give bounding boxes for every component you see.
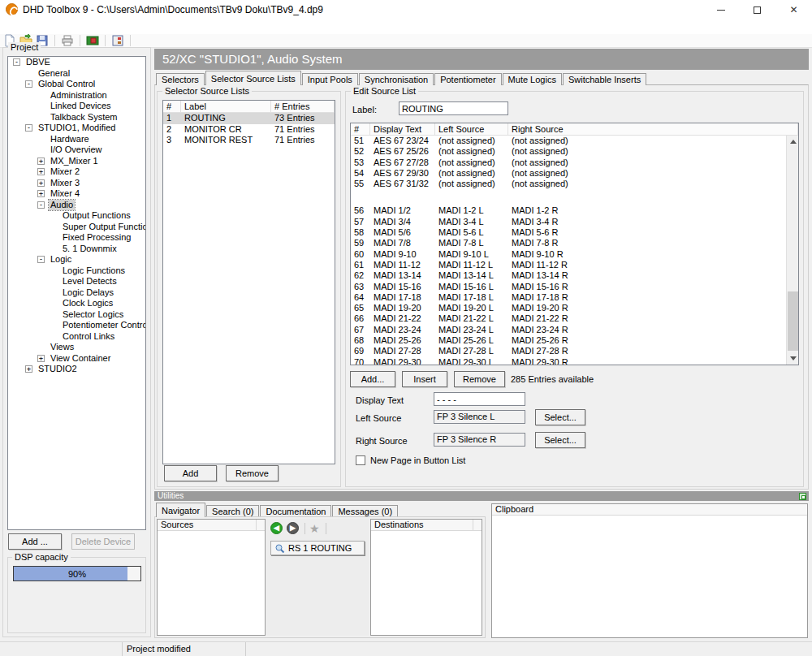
minimize-button[interactable] [702, 0, 739, 19]
tree-expander-icon[interactable]: - [37, 201, 45, 209]
tree-item[interactable]: Hardware [8, 134, 145, 145]
table-row[interactable]: 60 MADI 9-10 MADI 9-10 L MADI 9-10 R [351, 249, 786, 260]
delete-device-button[interactable]: Delete Device [71, 533, 135, 550]
tree-item[interactable]: Level Detects [8, 276, 145, 287]
clipboard-panel[interactable]: Clipboard [491, 503, 808, 638]
destinations-list[interactable]: Destinations [370, 519, 482, 636]
table-row[interactable]: 63 MADI 15-16 MADI 15-16 L MADI 15-16 R [351, 282, 786, 292]
tree-expander-icon[interactable]: - [25, 80, 32, 88]
tab[interactable]: Mute Logics [503, 73, 562, 85]
tree-item[interactable]: Selector Logics [8, 309, 145, 321]
tab[interactable]: Documentation [260, 505, 331, 517]
table-row[interactable]: 64 MADI 17-18 MADI 17-18 L MADI 17-18 R [351, 292, 786, 303]
tree-item[interactable]: Logic Delays [8, 287, 145, 299]
table-row[interactable]: 70 MADI 29-30 MADI 29-30 L MADI 29-30 R [351, 357, 786, 365]
add-device-button[interactable]: Add ... [8, 533, 62, 550]
tree-item[interactable]: - Audio [8, 200, 145, 211]
project-tree[interactable]: - DBVE General - Global Control Administ… [7, 56, 146, 530]
column-header-left-source[interactable]: Left Source [435, 123, 508, 135]
table-row[interactable]: 68 MADI 25-26 MADI 25-26 L MADI 25-26 R [351, 335, 786, 346]
menu-item[interactable] [28, 19, 41, 34]
close-button[interactable]: ✕ [775, 0, 812, 19]
tab[interactable]: Search (0) [206, 505, 259, 517]
menu-item[interactable] [41, 19, 54, 34]
table-row[interactable]: 54 AES 67 29/30 (not assigned) (not assi… [351, 168, 786, 179]
tree-expander-icon[interactable]: + [37, 168, 45, 175]
navigator-item-button[interactable]: RS 1 ROUTING [270, 541, 365, 555]
column-header-right-source[interactable]: Right Source [508, 123, 798, 135]
transfer-icon[interactable] [86, 34, 99, 47]
tree-expander-icon[interactable]: - [37, 256, 45, 263]
table-row[interactable]: 59 MADI 7/8 MADI 7-8 L MADI 7-8 R [351, 238, 786, 248]
maximize-button[interactable] [739, 0, 775, 19]
tab[interactable]: Potentiometer [434, 73, 501, 85]
sources-list[interactable]: Sources [157, 519, 266, 636]
column-header-num[interactable]: # [163, 101, 181, 112]
table-row[interactable]: 52 AES 67 25/26 (not assigned) (not assi… [351, 146, 786, 157]
tree-item[interactable]: I/O Overview [8, 145, 145, 156]
tree-item[interactable]: + MX_Mixer 1 [8, 156, 145, 167]
table-row[interactable]: 51 AES 67 23/24 (not assigned) (not assi… [351, 136, 786, 146]
menu-item[interactable] [54, 19, 67, 34]
forward-circle-icon[interactable]: ▶ [287, 522, 299, 534]
table-row[interactable]: 55 AES 67 31/32 (not assigned) (not assi… [351, 179, 786, 189]
remove-list-button[interactable]: Remove [226, 465, 279, 481]
scroll-down-icon[interactable] [787, 352, 799, 365]
tree-item[interactable]: Logic Functions [8, 265, 145, 277]
edit-source-list-table[interactable]: # Display Text Left Source Right Source … [350, 123, 799, 365]
column-header-num[interactable]: # [351, 123, 370, 135]
vertical-scrollbar[interactable] [786, 136, 798, 365]
favorite-star-icon[interactable]: ★ [309, 523, 320, 534]
tree-expander-icon[interactable]: - [13, 58, 20, 66]
destinations-header[interactable]: Destinations [371, 520, 482, 531]
table-row[interactable]: 53 AES 67 27/28 (not assigned) (not assi… [351, 158, 786, 168]
table-row[interactable]: 2 MONITOR CR 71 Entries [163, 124, 335, 136]
utilities-expand-icon[interactable] [799, 493, 806, 500]
print-icon[interactable] [61, 34, 74, 47]
table-row[interactable]: 67 MADI 23-24 MADI 23-24 L MADI 23-24 R [351, 325, 786, 335]
table-row[interactable]: 57 MADI 3/4 MADI 3-4 L MADI 3-4 R [351, 217, 786, 227]
remove-entry-button[interactable]: Remove [454, 371, 505, 387]
tab[interactable]: Navigator [156, 503, 205, 517]
left-source-select-button[interactable]: Select... [535, 409, 585, 425]
tree-expander-icon[interactable]: + [37, 179, 45, 187]
label-input[interactable] [399, 101, 508, 115]
insert-entry-button[interactable]: Insert [402, 371, 447, 387]
tree-item[interactable]: Views [8, 342, 145, 353]
right-source-select-button[interactable]: Select... [535, 432, 585, 448]
tab[interactable]: Selector Source Lists [205, 71, 301, 85]
tree-item[interactable]: - Global Control [8, 79, 145, 90]
tab[interactable]: Input Pools [302, 73, 358, 85]
tree-item[interactable]: + Mixer 3 [8, 178, 145, 189]
tree-item[interactable]: 5. 1 Downmix [8, 244, 145, 255]
tree-item[interactable]: Control Links [8, 331, 145, 343]
tree-item[interactable]: Fixed Processing [8, 232, 145, 244]
tree-item[interactable]: - DBVE [8, 57, 145, 68]
tree-expander-icon[interactable]: + [37, 355, 45, 362]
tree-item[interactable]: Output Functions [8, 210, 145, 222]
selector-source-lists-table[interactable]: # Label # Entries 1 ROUTING 73 Entries 2… [162, 100, 335, 464]
table-row[interactable]: 62 MADI 13-14 MADI 13-14 L MADI 13-14 R [351, 270, 786, 281]
tree-item[interactable]: Potentiometer Control [8, 320, 145, 331]
tree-item[interactable]: General [8, 68, 145, 80]
tab[interactable]: Switchable Inserts [563, 73, 646, 85]
add-entry-button[interactable]: Add... [350, 371, 395, 387]
menu-item[interactable] [15, 19, 28, 34]
tree-item[interactable]: Administration [8, 90, 145, 101]
menu-item[interactable] [2, 19, 15, 34]
back-circle-icon[interactable]: ◀ [270, 522, 283, 534]
display-text-input[interactable] [434, 392, 525, 406]
tree-item[interactable]: + Mixer 4 [8, 188, 145, 200]
table-row[interactable]: 69 MADI 27-28 MADI 27-28 L MADI 27-28 R [351, 346, 786, 356]
table-row[interactable] [351, 189, 786, 205]
new-page-checkbox[interactable] [356, 455, 365, 465]
table-row[interactable]: 65 MADI 19-20 MADI 19-20 L MADI 19-20 R [351, 303, 786, 313]
tree-item[interactable]: - STUDIO1, Modified [8, 123, 145, 134]
scrollbar-thumb[interactable] [788, 291, 798, 351]
tree-item[interactable]: Talkback System [8, 112, 145, 123]
table-row[interactable]: 56 MADI 1/2 MADI 1-2 L MADI 1-2 R [351, 205, 786, 216]
table-row[interactable]: 66 MADI 21-22 MADI 21-22 L MADI 21-22 R [351, 313, 786, 324]
tree-item[interactable]: + STUDIO2 [8, 364, 145, 375]
tree-item[interactable]: + View Container [8, 353, 145, 365]
tree-item[interactable]: Linked Devices [8, 101, 145, 112]
